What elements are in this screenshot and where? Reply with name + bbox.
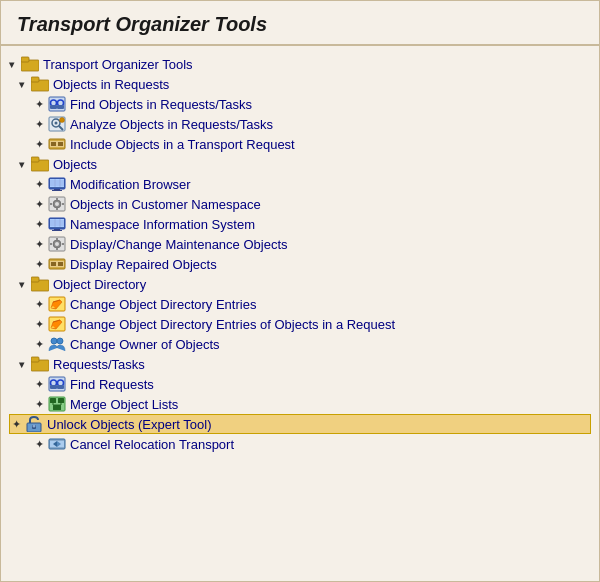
change-od-entries-item[interactable]: ✦ Change Object Directory Entries [9, 294, 591, 314]
svg-rect-8 [57, 105, 64, 109]
bullet: ✦ [35, 218, 44, 231]
toggle-objects-requests[interactable]: ▾ [19, 79, 29, 90]
display-repaired-item[interactable]: ✦ Display Repaired Objects [9, 254, 591, 274]
svg-rect-32 [56, 198, 58, 200]
toggle-objects[interactable]: ▾ [19, 159, 29, 170]
find2-icon [48, 376, 66, 392]
svg-rect-48 [56, 238, 58, 240]
bullet: ✦ [12, 418, 21, 431]
merge-icon [48, 396, 66, 412]
svg-rect-35 [62, 203, 64, 205]
find-objects-item[interactable]: ✦ Find Objects in Requests/Tasks [9, 94, 591, 114]
svg-rect-76 [50, 398, 56, 403]
bullet: ✦ [35, 398, 44, 411]
svg-rect-51 [62, 243, 64, 245]
merge-object-lists-item[interactable]: ✦ Merge Object Lists [9, 394, 591, 414]
change-owner-item[interactable]: ✦ Change Owner of Objects [9, 334, 591, 354]
tree-root[interactable]: ▾ Transport Organizer Tools [9, 54, 591, 74]
monitor-icon [48, 176, 66, 192]
svg-rect-50 [50, 243, 52, 245]
svg-rect-55 [58, 262, 63, 266]
display-change-label: Display/Change Maintenance Objects [70, 237, 288, 252]
svg-rect-16 [51, 142, 56, 146]
toggle-root[interactable]: ▾ [9, 59, 19, 70]
bullet: ✦ [35, 438, 44, 451]
gear-icon [48, 196, 66, 212]
transport-icon [48, 136, 66, 152]
root-label: Transport Organizer Tools [43, 57, 193, 72]
objects-in-requests-label: Objects in Requests [53, 77, 169, 92]
unlock-objects-item[interactable]: ✦ Unlock Objects (Expert Tool) [9, 414, 591, 434]
analyze-objects-item[interactable]: ✦ Analyze Objects in Requests/Tasks [9, 114, 591, 134]
cancel-relocation-item[interactable]: ✦ Cancel Relocation Transport [9, 434, 591, 454]
folder-requests-tasks[interactable]: ▾ Requests/Tasks [9, 354, 591, 374]
tree-container[interactable]: ▾ Transport Organizer Tools ▾ Objects in… [1, 46, 599, 576]
svg-point-66 [51, 338, 57, 344]
reloc-icon [48, 436, 66, 452]
bullet: ✦ [35, 178, 44, 191]
change-od-entries-request-label: Change Object Directory Entries of Objec… [70, 317, 395, 332]
find-requests-label: Find Requests [70, 377, 154, 392]
merge-object-lists-label: Merge Object Lists [70, 397, 178, 412]
objects-label: Objects [53, 157, 97, 172]
svg-rect-69 [31, 357, 39, 362]
bullet: ✦ [35, 98, 44, 111]
analyze-objects-label: Analyze Objects in Requests/Tasks [70, 117, 273, 132]
find-objects-label: Find Objects in Requests/Tasks [70, 97, 252, 112]
change-od-entries-request-item[interactable]: ✦ Change Object Directory Entries of Obj… [9, 314, 591, 334]
bullet: ✦ [35, 298, 44, 311]
pencil-icon [48, 296, 66, 312]
svg-rect-77 [58, 398, 64, 403]
namespace-info-label: Namespace Information System [70, 217, 255, 232]
folder-icon [31, 276, 49, 292]
requests-tasks-label: Requests/Tasks [53, 357, 145, 372]
bullet: ✦ [35, 258, 44, 271]
folder-objects[interactable]: ▾ Objects [9, 154, 591, 174]
folder-objects-in-requests[interactable]: ▾ Objects in Requests [9, 74, 591, 94]
folder-icon [31, 76, 49, 92]
namespace-info-item[interactable]: ✦ Namespace Information System [9, 214, 591, 234]
analyze-icon [48, 116, 66, 132]
include-objects-item[interactable]: ✦ Include Objects in a Transport Request [9, 134, 591, 154]
svg-point-67 [57, 338, 63, 344]
svg-rect-19 [31, 157, 39, 162]
svg-rect-54 [51, 262, 56, 266]
people-icon [48, 336, 66, 352]
display-change-maintenance-item[interactable]: ✦ Display/Change Maintenance Objects [9, 234, 591, 254]
find-requests-item[interactable]: ✦ Find Requests [9, 374, 591, 394]
transport2-icon [48, 256, 66, 272]
toggle-object-directory[interactable]: ▾ [19, 279, 29, 290]
bullet: ✦ [35, 118, 44, 131]
svg-rect-1 [21, 57, 29, 62]
gear2-icon [48, 236, 66, 252]
bullet: ✦ [35, 138, 44, 151]
svg-point-12 [55, 122, 58, 125]
unlock-objects-label: Unlock Objects (Expert Tool) [47, 417, 212, 432]
modification-browser-label: Modification Browser [70, 177, 191, 192]
page-container: Transport Organizer Tools ▾ Transport Or… [0, 0, 600, 582]
find-icon [48, 96, 66, 112]
display-repaired-label: Display Repaired Objects [70, 257, 217, 272]
folder-icon [21, 56, 39, 72]
modification-browser-item[interactable]: ✦ Modification Browser [9, 174, 591, 194]
folder-object-directory[interactable]: ▾ Object Directory [9, 274, 591, 294]
toggle-requests-tasks[interactable]: ▾ [19, 359, 29, 370]
object-directory-label: Object Directory [53, 277, 146, 292]
change-od-entries-label: Change Object Directory Entries [70, 297, 256, 312]
objects-customer-ns-item[interactable]: ✦ Objects in Customer Namespace [9, 194, 591, 214]
page-title: Transport Organizer Tools [17, 13, 583, 36]
svg-rect-73 [50, 385, 57, 389]
bullet: ✦ [35, 318, 44, 331]
title-bar: Transport Organizer Tools [1, 1, 599, 46]
lock-icon [25, 416, 43, 432]
svg-rect-33 [56, 208, 58, 210]
svg-rect-49 [56, 248, 58, 250]
svg-rect-39 [52, 230, 62, 231]
svg-point-31 [55, 202, 59, 206]
svg-rect-23 [52, 190, 62, 191]
svg-rect-74 [57, 385, 64, 389]
svg-point-84 [33, 425, 36, 428]
pencil2-icon [48, 316, 66, 332]
folder-icon [31, 356, 49, 372]
bullet: ✦ [35, 338, 44, 351]
